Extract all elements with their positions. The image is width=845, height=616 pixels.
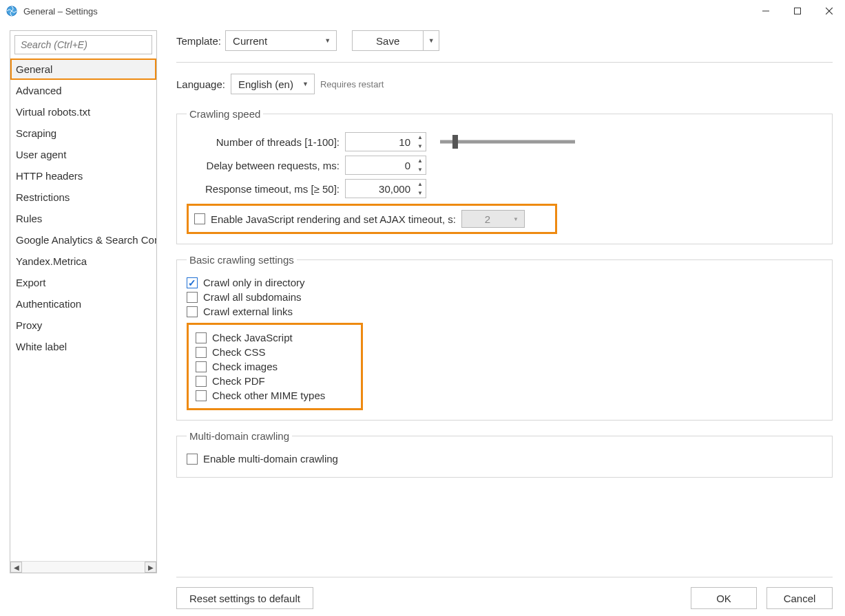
- check-images-checkbox[interactable]: Check images: [196, 361, 354, 372]
- nav-item-general[interactable]: General: [10, 59, 156, 80]
- checkbox-icon: [196, 361, 207, 372]
- timeout-up-icon[interactable]: ▲: [415, 180, 426, 189]
- nav-item-http-headers[interactable]: HTTP headers: [10, 165, 156, 187]
- delay-stepper[interactable]: 0 ▲ ▼: [345, 156, 426, 175]
- nav-item-user-agent[interactable]: User agent: [10, 144, 156, 165]
- nav-item-advanced[interactable]: Advanced: [10, 80, 156, 101]
- check-pdf-label: Check PDF: [212, 375, 265, 387]
- check-other-label: Check other MIME types: [212, 390, 325, 401]
- template-value: Current: [233, 35, 267, 47]
- nav-item-proxy[interactable]: Proxy: [10, 315, 156, 336]
- checkbox-icon: [196, 390, 207, 401]
- crawl-external-checkbox[interactable]: Crawl external links: [187, 306, 822, 317]
- footer: Reset settings to default OK Cancel: [176, 587, 833, 609]
- maximize-button[interactable]: [782, 0, 813, 22]
- crawl-external-label: Crawl external links: [203, 306, 293, 317]
- nav-item-restrictions[interactable]: Restrictions: [10, 187, 156, 208]
- slider-thumb[interactable]: [452, 135, 458, 149]
- group-crawling-speed: Crawling speed Number of threads [1-100]…: [176, 108, 833, 244]
- titlebar: General – Settings: [0, 0, 845, 22]
- ok-button[interactable]: OK: [691, 587, 757, 609]
- timeout-label: Response timeout, ms [≥ 50]:: [187, 183, 345, 195]
- checkbox-icon: [187, 454, 198, 465]
- multidomain-legend: Multi-domain crawling: [187, 430, 292, 442]
- crawl-only-dir-label: Crawl only in directory: [203, 277, 305, 288]
- language-select[interactable]: English (en): [231, 74, 315, 94]
- ajax-checkbox[interactable]: Enable JavaScript rendering and set AJAX…: [194, 213, 456, 225]
- minimize-button[interactable]: [750, 0, 782, 22]
- checkbox-icon: [187, 292, 198, 303]
- checkbox-icon: [196, 332, 207, 343]
- timeout-stepper[interactable]: 30,000 ▲ ▼: [345, 179, 426, 198]
- check-css-checkbox[interactable]: Check CSS: [196, 346, 354, 358]
- timeout-down-icon[interactable]: ▼: [415, 189, 426, 198]
- checkbox-icon: [187, 306, 198, 317]
- threads-up-icon[interactable]: ▲: [415, 133, 426, 142]
- svg-rect-2: [795, 8, 801, 14]
- crawling-speed-legend: Crawling speed: [187, 108, 263, 120]
- threads-stepper[interactable]: 10 ▲ ▼: [345, 132, 426, 151]
- search-input[interactable]: [14, 35, 152, 54]
- nav-list: General Advanced Virtual robots.txt Scra…: [10, 59, 156, 561]
- nav-item-virtual-robots[interactable]: Virtual robots.txt: [10, 101, 156, 123]
- threads-slider[interactable]: [440, 135, 575, 149]
- nav-item-yandex[interactable]: Yandex.Metrica: [10, 251, 156, 272]
- main-panel: Template: Current Save ▼ Language: Engli…: [176, 30, 833, 573]
- check-pdf-checkbox[interactable]: Check PDF: [196, 375, 354, 387]
- delay-down-icon[interactable]: ▼: [415, 165, 426, 174]
- checkbox-icon: [187, 277, 198, 288]
- ajax-highlight-box: Enable JavaScript rendering and set AJAX…: [187, 204, 557, 234]
- enable-multidomain-label: Enable multi-domain crawling: [203, 453, 338, 465]
- window-title: General – Settings: [23, 6, 98, 17]
- nav-item-scraping[interactable]: Scraping: [10, 123, 156, 144]
- save-split-button[interactable]: Save ▼: [352, 30, 439, 51]
- nav-item-rules[interactable]: Rules: [10, 208, 156, 229]
- window-controls: [750, 0, 845, 22]
- crawl-all-sub-checkbox[interactable]: Crawl all subdomains: [187, 291, 822, 303]
- check-types-highlight-box: Check JavaScript Check CSS Check images …: [187, 323, 363, 410]
- nav-item-ga-sc[interactable]: Google Analytics & Search Console: [10, 229, 156, 251]
- template-label: Template:: [176, 35, 221, 47]
- language-value: English (en): [238, 78, 293, 90]
- close-button[interactable]: [813, 0, 845, 22]
- check-other-checkbox[interactable]: Check other MIME types: [196, 390, 354, 401]
- check-js-label: Check JavaScript: [212, 332, 293, 343]
- cancel-button[interactable]: Cancel: [766, 587, 833, 609]
- ajax-timeout-select: 2: [461, 210, 525, 228]
- delay-value: 0: [346, 156, 415, 174]
- restart-hint: Requires restart: [320, 79, 384, 89]
- group-basic-crawling: Basic crawling settings Crawl only in di…: [176, 254, 833, 421]
- crawl-all-sub-label: Crawl all subdomains: [203, 291, 302, 303]
- reset-button[interactable]: Reset settings to default: [176, 587, 313, 609]
- checkbox-icon: [196, 376, 207, 387]
- check-images-label: Check images: [212, 361, 278, 372]
- app-icon: [6, 5, 18, 17]
- scroll-left-icon[interactable]: ◀: [10, 562, 22, 573]
- threads-value: 10: [346, 133, 415, 151]
- ajax-timeout-value: 2: [485, 213, 501, 225]
- check-css-label: Check CSS: [212, 346, 266, 358]
- enable-multidomain-checkbox[interactable]: Enable multi-domain crawling: [187, 453, 822, 465]
- threads-down-icon[interactable]: ▼: [415, 142, 426, 151]
- scroll-right-icon[interactable]: ▶: [145, 562, 156, 573]
- template-select[interactable]: Current: [225, 30, 337, 51]
- threads-label: Number of threads [1-100]:: [187, 136, 345, 148]
- sidebar-hscroll[interactable]: ◀ ▶: [10, 561, 156, 573]
- nav-item-white-label[interactable]: White label: [10, 336, 156, 357]
- delay-label: Delay between requests, ms:: [187, 160, 345, 171]
- checkbox-icon: [196, 347, 207, 358]
- language-label: Language:: [176, 78, 225, 90]
- ajax-label: Enable JavaScript rendering and set AJAX…: [211, 213, 456, 225]
- checkbox-icon: [194, 213, 205, 224]
- nav-item-authentication[interactable]: Authentication: [10, 293, 156, 315]
- nav-item-export[interactable]: Export: [10, 272, 156, 293]
- save-dropdown-arrow[interactable]: ▼: [424, 31, 439, 50]
- delay-up-icon[interactable]: ▲: [415, 156, 426, 165]
- check-js-checkbox[interactable]: Check JavaScript: [196, 332, 354, 343]
- timeout-value: 30,000: [346, 180, 415, 198]
- crawl-only-dir-checkbox[interactable]: Crawl only in directory: [187, 277, 822, 288]
- group-multi-domain: Multi-domain crawling Enable multi-domai…: [176, 430, 833, 478]
- save-button[interactable]: Save: [353, 31, 424, 50]
- sidebar: General Advanced Virtual robots.txt Scra…: [10, 30, 157, 573]
- basic-legend: Basic crawling settings: [187, 254, 297, 266]
